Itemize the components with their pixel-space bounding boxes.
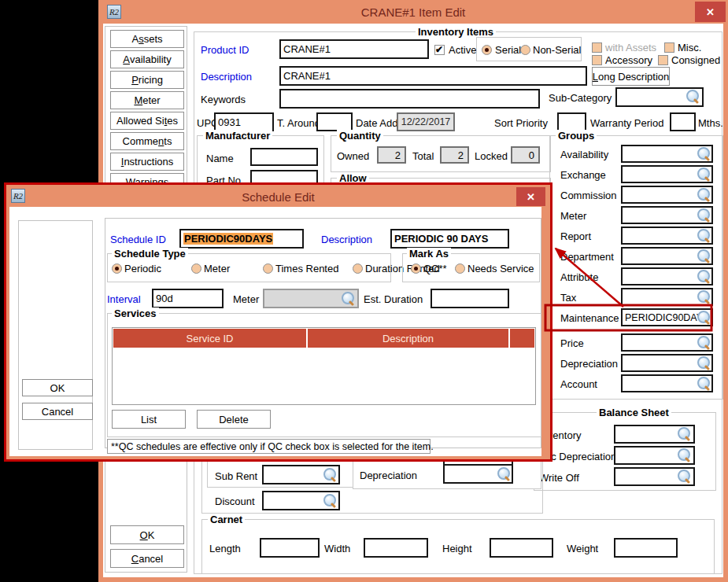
group-availability-lookup-icon[interactable] — [697, 147, 711, 160]
group-price-label: Price — [560, 337, 584, 349]
group-commission-lookup-icon[interactable] — [697, 188, 711, 201]
group-depreciation-label: Depreciation — [560, 358, 618, 370]
group-maintenance-lookup-icon[interactable] — [697, 311, 711, 324]
meter-radio[interactable] — [191, 263, 201, 274]
mths-label: Mths. — [698, 117, 723, 129]
item-edit-ok-button[interactable]: OK — [110, 525, 184, 544]
group-maintenance-label: Maintenance — [560, 312, 619, 324]
est-duration-input[interactable] — [431, 289, 509, 308]
sort-priority-input[interactable] — [557, 112, 586, 131]
carnet-width-input[interactable] — [364, 538, 428, 558]
sidebar-button-pricing[interactable]: Pricing — [110, 71, 184, 89]
item-edit-close-button[interactable]: ✕ — [695, 2, 726, 22]
needs-service-radio[interactable] — [455, 263, 465, 274]
group-depreciation-lookup-icon[interactable] — [697, 356, 711, 370]
group-price-lookup-icon[interactable] — [697, 336, 711, 349]
est-duration-label: Est. Duration — [364, 293, 423, 305]
group-attribute-lookup-icon[interactable] — [697, 270, 711, 283]
carnet-height-input[interactable] — [490, 538, 553, 558]
warranty-period-label: Warranty Period — [590, 117, 663, 129]
sidebar-button-assets[interactable]: Assets — [110, 30, 184, 48]
interval-label: Interval — [107, 293, 141, 305]
bs-inventory-lookup-icon[interactable] — [678, 427, 691, 440]
schedule-id-input[interactable]: PERIODIC90DAYS — [179, 229, 304, 249]
locked-label: Locked — [475, 150, 508, 162]
services-title: Services — [112, 308, 159, 319]
group-exchange-lookup-icon[interactable] — [697, 168, 711, 181]
non-serial-label: Non-Serial — [533, 44, 581, 56]
sort-priority-label: Sort Priority — [494, 117, 548, 129]
periodic-label: Periodic — [124, 263, 161, 274]
bs-acc-depreciation-lookup-icon[interactable] — [678, 448, 691, 462]
carnet-weight-label: Weight — [567, 543, 598, 554]
depreciation-account-lookup-icon[interactable] — [497, 467, 511, 481]
meter-option-label: Meter — [204, 263, 230, 274]
group-report-label: Report — [560, 230, 591, 242]
product-id-input[interactable]: CRANE#1 — [279, 39, 429, 59]
group-tax-label: Tax — [560, 292, 576, 304]
group-availability-label: Availability — [560, 149, 608, 160]
services-column-description[interactable]: Description — [308, 329, 508, 348]
group-commission-label: Commission — [560, 190, 617, 201]
schedule-ok-button[interactable]: OK — [22, 379, 93, 396]
sub-category-lookup-icon[interactable] — [686, 90, 700, 103]
services-delete-button[interactable]: Delete — [197, 410, 271, 429]
times-rented-label: Times Rented — [275, 263, 338, 274]
services-column-spacer — [510, 329, 534, 348]
manufacturer-name-label: Name — [206, 153, 234, 164]
bs-write-off-label: Write Off — [539, 472, 579, 484]
group-meter-label: Meter — [560, 210, 586, 222]
keywords-input[interactable] — [279, 89, 540, 109]
carnet-width-label: Width — [324, 543, 350, 554]
group-tax-lookup-icon[interactable] — [697, 290, 711, 304]
non-serial-radio[interactable] — [520, 45, 530, 55]
owned-label: Owned — [337, 150, 369, 162]
schedule-cancel-button[interactable]: Cancel — [22, 403, 93, 420]
serial-radio[interactable] — [482, 45, 492, 55]
bs-write-off-lookup-icon[interactable] — [678, 470, 691, 483]
schedule-description-input[interactable]: PERIODIC 90 DAYS — [390, 229, 509, 249]
group-department-lookup-icon[interactable] — [697, 249, 711, 263]
accessory-label: Accessory — [605, 54, 652, 66]
discount-lookup-icon[interactable] — [323, 494, 337, 507]
upc-input[interactable]: 0931 — [214, 112, 274, 131]
misc-checkbox[interactable] — [664, 42, 674, 53]
group-exchange-label: Exchange — [560, 169, 606, 181]
manufacturer-title: Manufacturer — [203, 130, 272, 142]
sidebar-button-comments[interactable]: Comments — [110, 132, 184, 150]
sidebar-button-availability[interactable]: Availability — [110, 50, 184, 68]
services-column-service-id[interactable]: Service ID — [113, 329, 306, 348]
carnet-length-input[interactable] — [260, 538, 320, 558]
times-rented-radio[interactable] — [263, 263, 273, 274]
serial-label: Serial — [495, 44, 521, 56]
description-input[interactable]: CRANE#1 — [279, 66, 587, 86]
sidebar-button-instructions[interactable]: Instructions — [110, 153, 184, 171]
group-department-label: Department — [560, 251, 614, 263]
schedule-edit-window-title: Schedule Edit — [6, 190, 550, 204]
consigned-checkbox[interactable] — [658, 55, 668, 65]
group-account-lookup-icon[interactable] — [697, 377, 711, 390]
interval-input[interactable]: 90d — [152, 289, 224, 308]
carnet-weight-input[interactable] — [614, 538, 678, 558]
sidebar-button-meter[interactable]: Meter — [110, 91, 184, 109]
t-around-input[interactable] — [316, 112, 353, 131]
schedule-edit-close-button[interactable]: ✕ — [516, 187, 545, 206]
active-label: Active — [449, 44, 476, 56]
periodic-radio[interactable] — [112, 263, 122, 274]
group-meter-lookup-icon[interactable] — [697, 208, 711, 222]
group-report-lookup-icon[interactable] — [697, 229, 711, 242]
sidebar-button-allowed-sites[interactable]: Allowed Sites — [110, 112, 184, 130]
duration-rented-radio[interactable] — [353, 263, 363, 274]
manufacturer-name-input[interactable] — [250, 148, 318, 166]
qc-label: QC** — [423, 263, 447, 274]
item-edit-cancel-button[interactable]: Cancel — [110, 549, 184, 568]
total-label: Total — [412, 150, 434, 162]
active-checkbox[interactable] — [434, 45, 445, 55]
description-label: Description — [201, 71, 252, 83]
services-list-button[interactable]: List — [112, 410, 186, 429]
sub-rent-lookup-icon[interactable] — [323, 468, 337, 481]
qc-radio[interactable] — [411, 263, 421, 274]
long-description-button[interactable]: Long Description — [592, 67, 670, 86]
warranty-period-input[interactable] — [670, 112, 696, 131]
accessory-checkbox[interactable] — [592, 55, 602, 65]
